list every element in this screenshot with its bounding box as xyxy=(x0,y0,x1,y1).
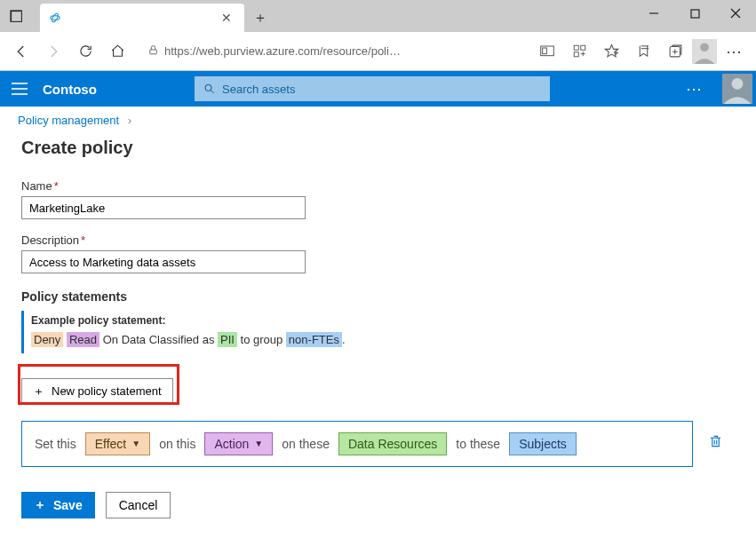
lock-icon xyxy=(147,44,159,59)
plus-icon: ＋ xyxy=(33,384,44,400)
search-icon xyxy=(203,83,215,95)
plus-icon: ＋ xyxy=(34,497,46,513)
data-resources-selector[interactable]: Data Resources xyxy=(338,432,447,455)
favorites-list-button[interactable] xyxy=(628,37,658,66)
browser-titlebar: ✕ ＋ xyxy=(0,0,756,32)
example-text: Deny Read On Data Classified as PII to g… xyxy=(31,331,728,350)
new-tab-button[interactable]: ＋ xyxy=(248,5,273,30)
brand-name: Contoso xyxy=(43,82,97,97)
home-button[interactable] xyxy=(103,37,131,66)
favicon-icon xyxy=(49,12,61,24)
window-controls xyxy=(633,0,756,27)
save-button[interactable]: ＋ Save xyxy=(21,492,95,518)
url-text: https://web.purview.azure.com/resource/p… xyxy=(164,44,401,58)
maximize-button[interactable] xyxy=(674,0,715,27)
minimize-button[interactable] xyxy=(633,0,674,27)
collections-button[interactable] xyxy=(660,37,690,66)
header-more-button[interactable]: ⋯ xyxy=(677,74,712,104)
chevron-right-icon: › xyxy=(128,114,131,127)
tab-close-icon[interactable]: ✕ xyxy=(218,9,235,27)
svg-marker-14 xyxy=(605,44,617,56)
svg-rect-11 xyxy=(574,45,578,50)
description-label: Description* xyxy=(21,233,735,247)
svg-rect-1 xyxy=(12,12,22,22)
page-content: Create policy Name* Description* Policy … xyxy=(0,134,756,522)
svg-point-26 xyxy=(205,84,211,91)
more-button[interactable]: ⋯ xyxy=(719,37,749,66)
svg-rect-5 xyxy=(691,10,699,18)
svg-rect-13 xyxy=(574,52,578,57)
forward-button xyxy=(39,37,68,66)
delete-statement-button[interactable] xyxy=(709,434,722,451)
action-selector[interactable]: Action▼ xyxy=(204,432,273,455)
user-avatar[interactable] xyxy=(722,74,752,104)
cancel-button[interactable]: Cancel xyxy=(106,492,171,518)
browser-tab[interactable]: ✕ xyxy=(40,4,244,32)
apps-button[interactable] xyxy=(564,37,594,66)
example-statement: Example policy statement: Deny Read On D… xyxy=(21,311,735,353)
example-title: Example policy statement: xyxy=(31,313,728,329)
name-label: Name* xyxy=(21,179,735,193)
policy-statement-editor: Set this Effect▼ on this Action▼ on thes… xyxy=(21,421,693,467)
svg-point-22 xyxy=(700,43,709,51)
svg-rect-8 xyxy=(150,49,157,53)
breadcrumb: Policy management › xyxy=(0,107,756,134)
svg-rect-10 xyxy=(543,48,547,54)
caret-down-icon: ▼ xyxy=(254,439,263,448)
name-input[interactable] xyxy=(21,196,306,219)
reader-button[interactable] xyxy=(532,37,562,66)
svg-point-3 xyxy=(51,12,59,22)
effect-selector[interactable]: Effect▼ xyxy=(85,432,150,455)
subjects-selector[interactable]: Subjects xyxy=(509,432,577,455)
search-box[interactable] xyxy=(195,76,550,101)
menu-button[interactable] xyxy=(0,71,39,107)
page-title: Create policy xyxy=(21,138,735,158)
close-window-button[interactable] xyxy=(715,0,756,27)
app-header: Contoso ⋯ xyxy=(0,71,756,107)
search-input[interactable] xyxy=(222,83,541,96)
svg-line-27 xyxy=(211,91,213,93)
browser-toolbar: https://web.purview.azure.com/resource/p… xyxy=(0,32,756,71)
back-button[interactable] xyxy=(7,37,36,66)
caret-down-icon: ▼ xyxy=(131,439,140,448)
breadcrumb-link[interactable]: Policy management xyxy=(18,114,119,127)
refresh-button[interactable] xyxy=(71,37,99,66)
tabs-button[interactable] xyxy=(0,0,32,32)
svg-point-28 xyxy=(732,78,744,90)
new-policy-statement-button[interactable]: ＋ New policy statement xyxy=(21,378,173,405)
policy-statements-label: Policy statements xyxy=(21,289,735,304)
address-bar[interactable]: https://web.purview.azure.com/resource/p… xyxy=(140,38,523,65)
svg-rect-12 xyxy=(580,45,585,50)
profile-button[interactable] xyxy=(692,39,717,64)
favorite-button[interactable] xyxy=(596,37,626,66)
description-input[interactable] xyxy=(21,250,306,273)
